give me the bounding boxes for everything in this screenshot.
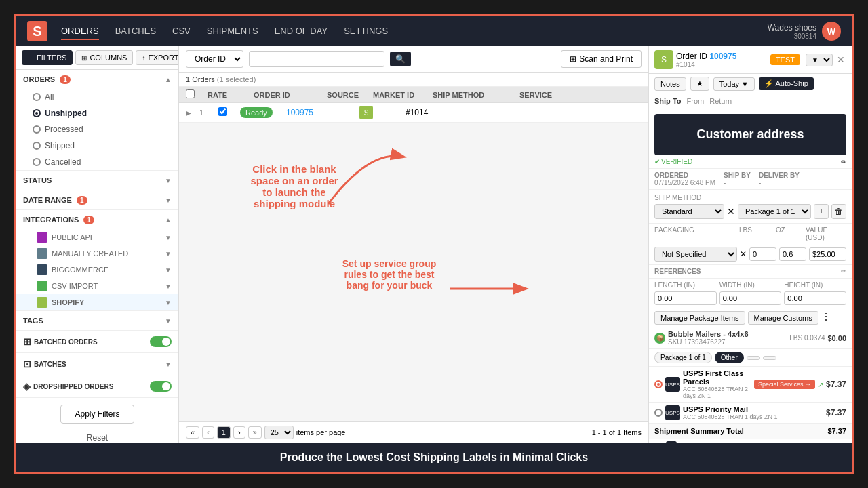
width-input[interactable] [719, 291, 782, 305]
close-btn[interactable]: ✕ [835, 54, 846, 65]
package-item: 📦 Bubble Mailers - 4x4x6 SKU 17393476227… [649, 327, 852, 349]
nav-item-batches[interactable]: BATCHES [115, 23, 156, 40]
integration-shopify[interactable]: SHOPIFY ▼ [16, 294, 178, 310]
click-blank-annotation: Click in the blankspace on an orderto la… [220, 163, 369, 209]
row-checkbox[interactable] [218, 107, 227, 116]
length-input[interactable] [654, 291, 717, 305]
manage-customs-btn[interactable]: Manage Customs [748, 311, 818, 325]
edit-references-btn[interactable]: ✏ [841, 268, 846, 275]
nav-item-csv[interactable]: CSV [172, 23, 191, 40]
add-package-btn[interactable]: + [814, 204, 829, 219]
tags-header[interactable]: TAGS ▼ [16, 311, 178, 330]
package-select[interactable]: Package 1 of 1 [738, 204, 811, 219]
batches-header[interactable]: ⊡ BATCHES ▼ [16, 353, 178, 375]
filter-unshipped-radio [33, 109, 41, 117]
page-current-btn[interactable]: 1 [217, 426, 231, 439]
export-btn[interactable]: ↑ EXPORT [136, 50, 179, 65]
rate-row-2[interactable]: USPS USPS Priority Mail ACC 50840828 TRA… [649, 403, 852, 424]
row-check[interactable] [218, 107, 235, 118]
integration-csv-import[interactable]: CSV IMPORT ▼ [16, 278, 178, 294]
rate-tab-4[interactable] [763, 356, 776, 360]
ship-to-tab[interactable]: Ship To [654, 97, 682, 105]
nav-item-settings[interactable]: SETTINGS [344, 23, 388, 40]
date-range-header[interactable]: DATE RANGE 1 ▼ [16, 190, 178, 209]
delete-package-btn[interactable]: 🗑 [831, 204, 846, 219]
nav-item-shipments[interactable]: SHIPMENTS [207, 23, 258, 40]
filter-cancelled[interactable]: Cancelled [16, 154, 178, 170]
page-prev-btn[interactable]: ‹ [202, 426, 214, 439]
filter-processed[interactable]: Processed [16, 121, 178, 138]
filter-shipped[interactable]: Shipped [16, 138, 178, 154]
integration-public-api[interactable]: PUBLIC API ▼ [16, 229, 178, 245]
bottom-bar: Produce the Lowest Cost Shipping Labels … [16, 443, 852, 472]
batched-orders-header[interactable]: ⊞ BATCHED ORDERS [16, 331, 178, 352]
special-services-btn[interactable]: Special Services → [754, 380, 815, 389]
clear-packaging-btn[interactable]: ✕ [740, 249, 747, 259]
center-panel: Order ID 🔍 ⊞ Scan and Print 1 Orders (1 … [179, 46, 648, 443]
order-id-select[interactable]: Order ID [186, 50, 243, 68]
more-options-btn[interactable]: ⋮ [821, 311, 831, 325]
height-input[interactable] [784, 291, 846, 305]
service-group-annotation: Set up service grouprules to get the bes… [315, 258, 464, 291]
auto-ship-btn[interactable]: ⚡ Auto-Ship [759, 77, 814, 90]
apply-filters-btn[interactable]: Apply Filters [60, 405, 134, 424]
oz-input[interactable] [779, 247, 806, 261]
row-market-id: #1014 [406, 108, 460, 117]
row-order-id[interactable]: 100975 [286, 108, 354, 117]
rate-tab-3[interactable] [747, 356, 760, 360]
page-last-btn[interactable]: » [248, 426, 262, 439]
rate-tab-other[interactable]: Other [715, 352, 744, 363]
rate-price-2: $7.37 [826, 408, 846, 418]
rate-row-1[interactable]: USPS USPS First Class Parcels ACC 508408… [649, 367, 852, 403]
page-first-btn[interactable]: « [186, 426, 199, 439]
integrations-header[interactable]: INTEGRATIONS 1 ▲ [16, 210, 178, 229]
orders-info: 1 Orders (1 selected) [179, 73, 648, 87]
row-expand[interactable]: ▶ [186, 109, 194, 117]
manage-package-btn[interactable]: Manage Package Items [654, 311, 745, 325]
ship-method-select[interactable]: Standard [654, 204, 724, 219]
rate-radio-1[interactable] [654, 380, 663, 388]
lbs-input[interactable] [749, 247, 776, 261]
status-header[interactable]: STATUS ▼ [16, 171, 178, 190]
th-check [186, 89, 202, 100]
value-input[interactable] [809, 247, 846, 261]
select-all-checkbox[interactable] [186, 89, 195, 98]
star-btn[interactable]: ★ [690, 77, 709, 91]
clear-ship-method-btn[interactable]: ✕ [727, 206, 735, 217]
csv-import-icon [37, 281, 47, 291]
nav-user: Wades shoes 300814 W [768, 22, 841, 41]
scan-print-btn[interactable]: ⊞ Scan and Print [561, 50, 642, 68]
return-tab[interactable]: Return [709, 97, 732, 105]
per-page-select[interactable]: 25 [264, 426, 294, 439]
nav-item-eod[interactable]: END OF DAY [275, 23, 328, 40]
nav-item-orders[interactable]: ORDERS [61, 23, 99, 40]
filters-btn[interactable]: ☰ FILTERS [22, 50, 73, 65]
columns-btn[interactable]: ⊞ COLUMNS [75, 50, 133, 65]
rate-radio-2[interactable] [654, 409, 663, 417]
shopify-integration-icon [37, 297, 47, 308]
avatar: W [822, 22, 841, 41]
batched-orders-toggle[interactable] [150, 336, 172, 347]
page-next-btn[interactable]: › [233, 426, 245, 439]
orders-header[interactable]: ORDERS 1 ▲ [16, 70, 178, 89]
edit-address-btn[interactable]: ✏ [841, 158, 846, 165]
from-tab[interactable]: From [687, 97, 705, 105]
integration-manually-created[interactable]: MANUALLY CREATED ▼ [16, 245, 178, 262]
search-input[interactable] [249, 51, 384, 67]
rate-price-1: $7.37 [826, 380, 846, 389]
packaging-select[interactable]: Not Specified [654, 247, 737, 262]
filter-unshipped[interactable]: Unshipped [16, 105, 178, 121]
reset-link[interactable]: Reset [16, 430, 178, 443]
packaging-section: PACKAGING LBS OZ VALUE (USD) Not Specifi… [649, 224, 852, 265]
integration-bigcommerce[interactable]: BIGCOMMERCE ▼ [16, 262, 178, 278]
table-row[interactable]: ▶ 1 Ready 100975 S #1014 [179, 103, 648, 123]
test-select[interactable]: ▼ [806, 54, 833, 66]
today-btn[interactable]: Today ▼ [713, 77, 755, 91]
filter-all[interactable]: All [16, 89, 178, 105]
search-btn[interactable]: 🔍 [390, 52, 411, 66]
user-id: 300814 [768, 33, 816, 40]
rate-tab-package[interactable]: Package 1 of 1 [654, 352, 712, 363]
dropshipped-toggle[interactable] [150, 381, 172, 392]
dropshipped-header[interactable]: ◈ DROPSHIPPED ORDERS [16, 375, 178, 397]
notes-btn[interactable]: Notes [654, 77, 686, 91]
